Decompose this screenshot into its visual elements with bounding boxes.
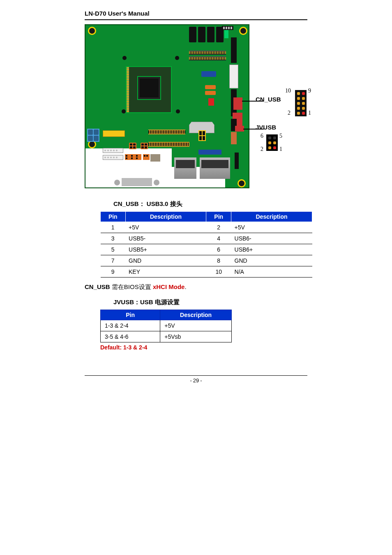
pin-label: 2 [288,110,291,116]
cell: N/A [231,266,312,278]
jvusb-default-note: Default: 1-3 & 2-4 [100,344,369,351]
blue-connector [198,150,221,155]
pin-label: 9 [308,88,311,94]
red-header [233,97,242,110]
yellow-pin-block [198,130,206,141]
bracket-icon [150,154,160,162]
gold-header [148,142,189,147]
cell: KEY [125,266,206,278]
note-red-text: xHCI Mode [153,283,185,290]
cell: GND [125,255,206,266]
cell: USB6- [231,233,312,244]
th-pin-a: Pin [101,212,126,222]
cn-usb-table: Pin Description Pin Description 1 +5V 2 … [100,211,312,278]
blue-chip [201,71,216,77]
jvusb-heading: JVUSB：USB 电源设置 [113,298,369,306]
right-pin-header [231,37,237,63]
right-pin-header [235,153,239,169]
orange-header [129,143,136,149]
cell: +5Vsb [160,331,232,342]
pin-label: 2 [261,146,263,153]
cell: 4 [206,233,231,244]
cell: 10 [206,266,231,278]
cell: USB5- [125,233,206,244]
note-suffix: . [184,283,186,290]
cell: 3 [101,233,126,244]
th-pin: Pin [101,310,160,320]
table-row: 1 +5V 2 +5V [101,222,312,233]
pin-block-icon [266,134,278,151]
jvusb-connector [235,126,244,132]
cell: +5V [231,222,312,233]
th-pin-b: Pin [206,212,231,222]
cell: +5V [160,320,232,331]
table-row: 9 KEY 10 N/A [101,266,312,278]
callout-jvusb: JVUSB [256,124,276,131]
pin-label: 6 [261,133,263,139]
cn-usb-note: CN_USB 需在BIOS设置 xHCI Mode. [85,283,369,291]
jvusb-table: Pin Description 1-3 & 2-4 +5V 3-5 & 4-6 … [100,310,232,342]
orange-header [143,154,150,160]
th-desc-b: Description [231,212,312,222]
orange-header [125,154,141,160]
mounting-hole-icon [88,27,96,35]
pin-block-icon [295,90,307,116]
memory-slot [189,51,226,55]
page-title: LN-D70 User's Manual [23,10,369,19]
standoff-icon [175,56,179,60]
audio-block [87,129,99,142]
table-row: 5 USB5+ 6 USB6+ [101,244,312,255]
cell: 9 [101,266,126,278]
pin-label: 10 [285,88,291,94]
vga-port [114,178,159,188]
table-row: 1-3 & 2-4 +5V [101,320,232,331]
cell: 5 [101,244,126,255]
mounting-hole-icon [238,179,246,187]
cn-usb-heading: CN_USB： USB3.0 接头 [113,200,369,208]
cell: 1 [101,222,126,233]
rear-io-ports [174,157,230,179]
red-connector [208,98,214,106]
table-row: 3 USB5- 4 USB6- [101,233,312,244]
page-number-value: 29 [193,377,199,384]
footer-rule [85,375,307,376]
standoff-icon [122,109,126,113]
cell: 8 [206,255,231,266]
cell: +5V [125,222,206,233]
cell: 6 [206,244,231,255]
th-desc-a: Description [125,212,206,222]
cpu-socket [126,66,172,113]
pin-label: 1 [279,146,282,153]
top-pin-header [222,26,233,30]
jvusb-pinout: 6 5 2 1 [261,134,287,154]
right-pin-header [231,132,237,144]
motherboard [85,24,249,188]
right-connector [229,65,238,88]
cell: 7 [101,255,126,266]
th-desc: Description [160,310,232,320]
callout-cn-usb: CN_USB [256,96,281,103]
white-pin-header [103,148,123,153]
cell: 1-3 & 2-4 [101,320,160,331]
orange-header [141,143,148,149]
top-connectors [189,27,224,42]
small-green-connector [224,30,228,38]
gold-header [148,130,185,134]
cell: GND [231,255,312,266]
cell: USB5+ [125,244,206,255]
white-pin-header [103,155,123,160]
header-rule [85,19,307,20]
standoff-icon [176,109,180,113]
page-number: -29- [23,377,369,384]
cell: USB6+ [231,244,312,255]
standoff-icon [122,56,127,60]
note-prefix: CN_USB [85,283,110,290]
table-row: 7 GND 8 GND [101,255,312,266]
small-connector [205,85,216,89]
memory-slot [189,56,226,60]
cell: 2 [206,222,231,233]
board-figure: CN_USB JVUSB 10 9 2 1 6 5 2 [23,24,369,193]
table-row: 3-5 & 4-6 +5Vsb [101,331,232,342]
pin-label: 5 [279,133,282,139]
cn-usb-pinout: 10 9 2 1 [285,89,317,115]
